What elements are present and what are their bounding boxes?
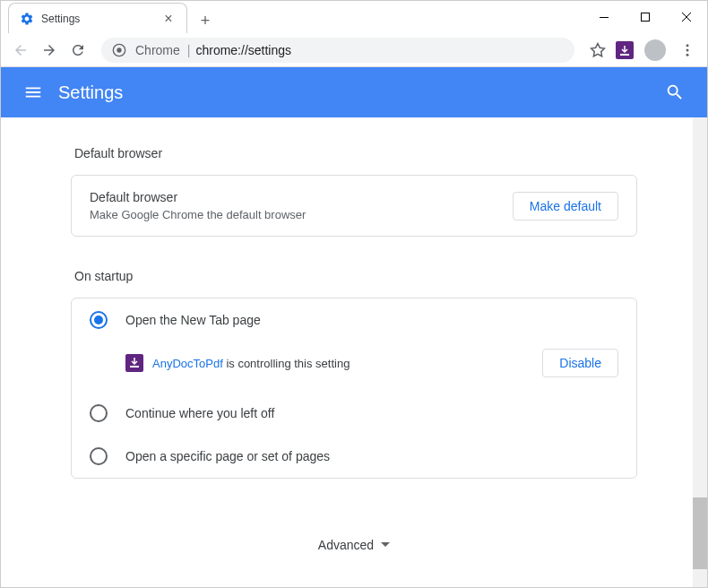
default-browser-label: Default browser — [90, 190, 513, 204]
svg-point-9 — [686, 48, 689, 51]
pdf-extension-icon — [125, 354, 143, 372]
advanced-label: Advanced — [318, 538, 374, 552]
search-icon[interactable] — [657, 74, 693, 110]
omnibox-prefix: Chrome — [135, 43, 180, 57]
new-tab-button[interactable]: + — [193, 8, 218, 33]
svg-point-10 — [686, 53, 689, 56]
svg-rect-7 — [620, 54, 629, 56]
omnibox-url: chrome://settings — [195, 43, 291, 57]
controlled-by-extension-row: AnyDocToPdf is controlling this setting … — [72, 342, 636, 392]
page-title: Settings — [58, 82, 123, 103]
disable-button[interactable]: Disable — [542, 349, 618, 377]
svg-rect-12 — [130, 366, 139, 368]
svg-point-5 — [117, 48, 121, 52]
forward-button[interactable] — [37, 38, 62, 63]
back-button[interactable] — [8, 38, 33, 63]
close-icon[interactable]: × — [161, 12, 176, 26]
extension-link[interactable]: AnyDocToPdf — [152, 357, 223, 370]
browser-tab[interactable]: Settings × — [8, 3, 187, 33]
default-browser-sublabel: Make Google Chrome the default browser — [90, 208, 513, 221]
radio-label: Continue where you left off — [125, 406, 274, 420]
startup-option-specific-pages[interactable]: Open a specific page or set of pages — [72, 435, 636, 478]
settings-content: Default browser Default browser Make Goo… — [1, 117, 707, 588]
startup-option-new-tab[interactable]: Open the New Tab page — [72, 298, 636, 342]
section-title-default-browser: Default browser — [74, 146, 637, 160]
maximize-button[interactable] — [625, 3, 666, 31]
omnibox-separator: | — [187, 43, 191, 57]
reload-button[interactable] — [65, 38, 91, 63]
make-default-button[interactable]: Make default — [513, 192, 618, 220]
titlebar: Settings × + — [1, 1, 707, 33]
menu-dots-icon[interactable] — [675, 38, 700, 63]
minimize-button[interactable] — [583, 3, 625, 31]
advanced-toggle-button[interactable]: Advanced — [318, 538, 390, 552]
hamburger-menu-icon[interactable] — [15, 74, 51, 110]
radio-label: Open a specific page or set of pages — [125, 449, 330, 463]
profile-avatar[interactable] — [644, 39, 666, 61]
chevron-down-icon — [381, 542, 390, 548]
vertical-scrollbar[interactable] — [693, 117, 707, 587]
svg-rect-1 — [642, 13, 650, 22]
on-startup-card: Open the New Tab page AnyDocToPdf is con… — [71, 298, 637, 479]
close-window-button[interactable] — [666, 3, 707, 31]
settings-header: Settings — [1, 67, 707, 117]
svg-point-8 — [686, 44, 689, 47]
extension-icon[interactable] — [614, 39, 635, 61]
section-title-on-startup: On startup — [74, 269, 637, 283]
tab-title: Settings — [41, 13, 161, 25]
controlled-by-text: AnyDocToPdf is controlling this setting — [152, 357, 542, 370]
scrollbar-thumb[interactable] — [693, 497, 707, 569]
advanced-section: Advanced — [71, 511, 637, 579]
radio-selected-icon[interactable] — [90, 311, 108, 329]
svg-rect-0 — [600, 17, 609, 18]
bookmark-star-icon[interactable] — [585, 38, 610, 63]
radio-unselected-icon[interactable] — [90, 404, 108, 422]
toolbar: Chrome | chrome://settings — [1, 33, 707, 67]
window-controls — [583, 1, 707, 33]
startup-option-continue[interactable]: Continue where you left off — [72, 392, 636, 435]
default-browser-card: Default browser Make Google Chrome the d… — [71, 175, 637, 237]
gear-icon — [20, 12, 34, 26]
radio-unselected-icon[interactable] — [90, 447, 108, 465]
address-bar[interactable]: Chrome | chrome://settings — [101, 38, 574, 63]
radio-label: Open the New Tab page — [125, 313, 261, 327]
